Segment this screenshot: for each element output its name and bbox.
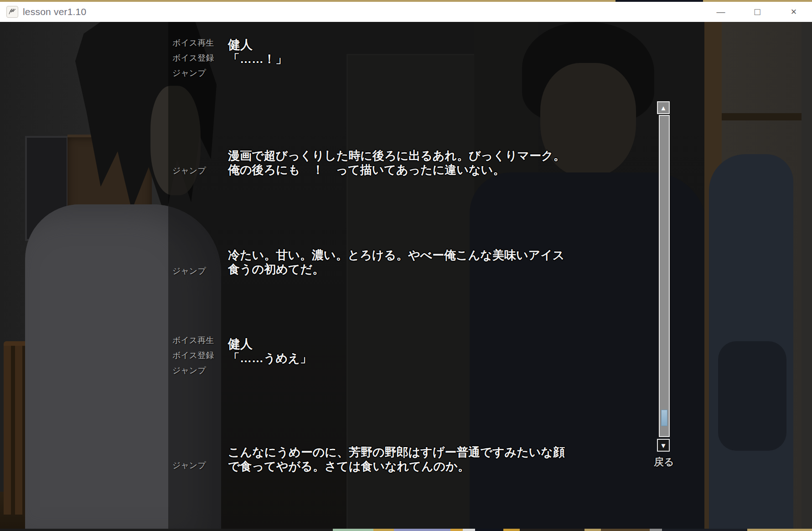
dialogue-line: 食うの初めてだ。: [228, 262, 564, 276]
scribble-icon: [8, 8, 16, 16]
jump-link[interactable]: ジャンプ: [172, 264, 206, 279]
titlebar: lesson ver1.10 — □ ×: [0, 2, 812, 22]
voice-play-link[interactable]: ボイス再生: [172, 333, 214, 348]
close-button[interactable]: ×: [776, 2, 812, 22]
voice-register-link[interactable]: ボイス登録: [172, 51, 214, 66]
maximize-button[interactable]: □: [739, 2, 776, 22]
desktop-top-sliver: [0, 0, 812, 2]
app-icon: [6, 6, 18, 18]
game-window: lesson ver1.10 — □ × ボイス再生 ボ: [0, 0, 812, 531]
scrollbar-track[interactable]: [659, 115, 670, 437]
dialogue-line: 「……！」: [228, 52, 287, 66]
scroll-down-button[interactable]: ▼: [657, 439, 670, 452]
dialogue-line: で食ってやがる。さては食いなれてんのか。: [228, 459, 565, 474]
jump-link[interactable]: ジャンプ: [172, 458, 206, 473]
arrow-up-icon: ▲: [660, 104, 667, 112]
voice-register-link[interactable]: ボイス登録: [172, 348, 214, 363]
speaker-name: 健人: [228, 37, 287, 52]
voice-play-link[interactable]: ボイス再生: [172, 36, 214, 51]
jump-link[interactable]: ジャンプ: [172, 66, 214, 81]
window-title: lesson ver1.10: [23, 6, 86, 17]
back-button[interactable]: 戻る: [654, 455, 674, 469]
dialogue-line: 冷たい。甘い。濃い。とろける。やべー俺こんな美味いアイス: [228, 248, 564, 262]
arrow-down-icon: ▼: [660, 442, 667, 449]
desktop-bottom-sliver: [0, 529, 812, 531]
dialogue-line: 俺の後ろにも ！ って描いてあったに違いない。: [228, 163, 565, 177]
jump-link[interactable]: ジャンプ: [172, 163, 206, 178]
scrollbar-thumb[interactable]: [661, 410, 667, 426]
dialogue-line: 「……うめえ」: [228, 351, 312, 365]
minimize-button[interactable]: —: [703, 2, 739, 22]
elbow-pad: [718, 341, 786, 451]
scroll-up-button[interactable]: ▲: [657, 101, 670, 114]
window-controls: — □ ×: [703, 2, 812, 22]
jump-link[interactable]: ジャンプ: [172, 363, 214, 378]
dialogue-line: こんなにうめーのに、芳野の野郎はすげー普通ですみたいな顔: [228, 445, 565, 459]
dialogue-line: 漫画で超びっくりした時に後ろに出るあれ。びっくりマーク。: [228, 149, 565, 163]
speaker-name: 健人: [228, 337, 312, 351]
